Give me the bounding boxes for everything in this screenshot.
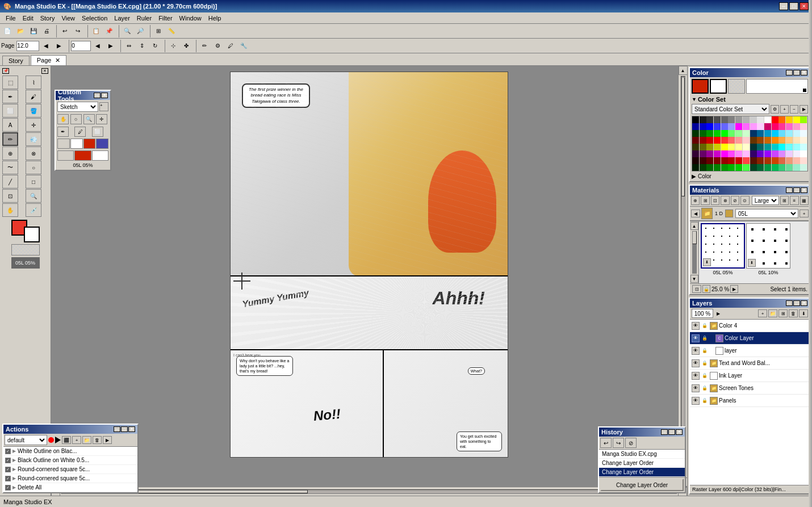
paste-btn[interactable]: 📌 — [103, 25, 115, 37]
layer-vis-layer[interactable]: 👁 — [692, 347, 700, 355]
action-row-3[interactable]: ✓ ▶ Round-cornered square 5c... — [3, 465, 137, 474]
color-cell-93[interactable] — [786, 150, 793, 157]
color-cell-69[interactable] — [728, 144, 735, 150]
color-cell-87[interactable] — [743, 150, 750, 157]
color-cell-121[interactable] — [757, 164, 764, 171]
mat-btn4[interactable]: ⊗ — [721, 196, 729, 205]
layers-minimize[interactable]: ─ — [786, 300, 793, 306]
maximize-btn[interactable]: □ — [789, 2, 798, 10]
right-resize-handle[interactable] — [809, 0, 812, 507]
ct-color3[interactable] — [83, 139, 96, 149]
layer-row-layer[interactable]: 👁 🔒 layer — [690, 345, 810, 357]
color-panel-close[interactable]: ✕ — [801, 70, 807, 76]
color-cell-115[interactable] — [714, 164, 721, 171]
tab-page[interactable]: Page ✕ — [31, 55, 67, 65]
color-cell-59[interactable] — [772, 137, 778, 144]
mat-scroll-down[interactable]: ▼ — [690, 275, 698, 283]
color-cell-8[interactable] — [750, 116, 757, 123]
mat-zoom-btn[interactable]: ⊡ — [692, 285, 701, 293]
lasso-tool[interactable]: ⌇ — [26, 76, 41, 89]
color-cell-3[interactable] — [714, 116, 721, 123]
act-new-btn[interactable]: + — [72, 436, 81, 444]
flip-v-btn[interactable]: ⇕ — [136, 40, 148, 52]
color-cell-25[interactable] — [757, 123, 764, 130]
title-controls[interactable]: ─ □ ✕ — [779, 2, 809, 10]
color-cell-28[interactable] — [778, 123, 785, 130]
color-cell-58[interactable] — [764, 137, 771, 144]
color-cell-84[interactable] — [721, 150, 728, 157]
color-cell-113[interactable] — [700, 164, 706, 171]
color-cell-64[interactable] — [692, 144, 699, 150]
mat-minimize[interactable]: ─ — [786, 187, 793, 193]
scroll-up-btn[interactable]: ▲ — [679, 66, 688, 75]
layer-vis-ink[interactable]: 👁 — [692, 372, 700, 380]
color-cell-7[interactable] — [743, 116, 750, 123]
color-cell-45[interactable] — [786, 130, 793, 137]
action-row-4[interactable]: ✓ ▶ Round-cornered square 5c... — [3, 474, 137, 483]
color-cell-95[interactable] — [800, 150, 807, 157]
color-set-btn4[interactable]: ▶ — [800, 105, 808, 114]
ct-eraser2-tool[interactable]: ⬜ — [92, 127, 103, 137]
background-color[interactable] — [24, 227, 40, 242]
tab-close-icon[interactable]: ✕ — [55, 57, 60, 64]
color-cell-78[interactable] — [793, 144, 800, 150]
undo-btn[interactable]: ↩ — [58, 25, 71, 37]
layer-lock-color4[interactable]: 🔒 — [701, 322, 709, 330]
color-cell-33[interactable] — [700, 130, 706, 137]
act-maximize[interactable]: □ — [121, 426, 128, 432]
color-cell-52[interactable] — [721, 137, 728, 144]
color-cell-101[interactable] — [728, 157, 735, 164]
act-folder-btn[interactable]: 📁 — [82, 436, 91, 444]
eyedropper-tool[interactable]: 💉 — [26, 203, 41, 217]
stamp-tool[interactable]: ⊕ — [2, 146, 18, 160]
color-set-btn2[interactable]: + — [780, 105, 789, 114]
color-cell-54[interactable] — [735, 137, 742, 144]
action-check-4[interactable]: ✓ — [5, 476, 11, 481]
text-tool[interactable]: A — [2, 118, 18, 132]
layer-vis-colorlayer[interactable]: 👁 — [692, 334, 700, 342]
transparent-swatch[interactable] — [11, 244, 40, 255]
color-cell-116[interactable] — [721, 164, 728, 171]
color-cell-67[interactable] — [714, 144, 721, 150]
color-cell-104[interactable] — [750, 157, 757, 164]
ct-bot1[interactable] — [57, 150, 74, 161]
color-cell-71[interactable] — [743, 144, 750, 150]
color-cell-1[interactable] — [700, 116, 706, 123]
color-cell-70[interactable] — [735, 144, 742, 150]
color-cell-91[interactable] — [772, 150, 778, 157]
act-record-btn[interactable] — [48, 437, 54, 443]
color-cell-80[interactable] — [692, 150, 699, 157]
color-cell-124[interactable] — [778, 164, 785, 171]
color-cell-117[interactable] — [728, 164, 735, 171]
ct-add-btn[interactable]: + — [99, 102, 108, 111]
open-btn[interactable]: 📂 — [14, 25, 27, 37]
history-item-1[interactable]: Manga Studio EX.cpg — [599, 450, 685, 459]
color-cell-110[interactable] — [793, 157, 800, 164]
horizontal-scrollbar[interactable]: ◀ ▶ — [51, 487, 687, 496]
color-cell-86[interactable] — [735, 150, 742, 157]
mat-nav-add[interactable]: + — [800, 209, 809, 217]
ct-color2[interactable] — [70, 139, 83, 149]
vertical-scrollbar[interactable]: ▲ ▼ — [678, 66, 687, 487]
zoom-tool[interactable]: 🔍 — [26, 189, 41, 203]
mat-scroll-up[interactable]: ▲ — [690, 222, 698, 230]
color-cell-15[interactable] — [800, 116, 807, 123]
tool2[interactable]: ⚙ — [211, 40, 224, 52]
color-panel-maximize[interactable]: □ — [793, 70, 800, 76]
color-cell-99[interactable] — [714, 157, 721, 164]
zoom-input[interactable] — [16, 41, 39, 51]
act-stop-btn[interactable]: ⬛ — [62, 436, 71, 444]
fill-tool[interactable]: 🪣 — [26, 104, 41, 118]
menu-window[interactable]: Window — [176, 14, 205, 23]
color-cell-48[interactable] — [692, 137, 699, 144]
ct-color4[interactable] — [96, 139, 108, 149]
move-tool[interactable]: ✛ — [26, 118, 41, 132]
action-check-3[interactable]: ✓ — [5, 467, 11, 472]
act-play-btn[interactable] — [55, 437, 61, 443]
color-cell-24[interactable] — [750, 123, 757, 130]
mat-thumb-1[interactable]: ⬇ 05L 05% — [701, 223, 745, 275]
color-cell-36[interactable] — [721, 130, 728, 137]
mat-maximize[interactable]: □ — [793, 187, 800, 193]
ct-minimize[interactable]: ─ — [94, 93, 101, 98]
rot-arrow-right[interactable]: ▶ — [104, 40, 117, 52]
